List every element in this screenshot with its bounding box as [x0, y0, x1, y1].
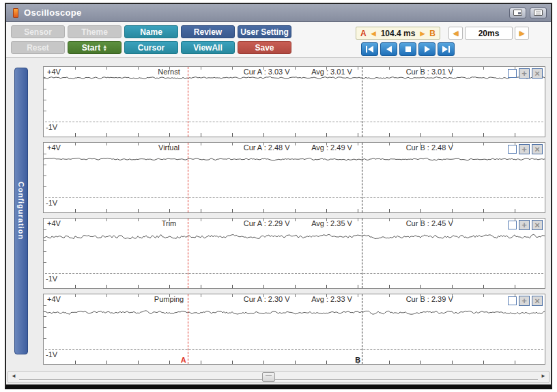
window-title: Oscilloscope: [24, 8, 82, 18]
channel-nernst: +4V -1V Nernst Cur A : 3.03 V Avg : 3.01…: [43, 66, 545, 137]
x-axis-tick: [389, 294, 390, 297]
x-axis-tick: [452, 143, 453, 145]
x-axis-tick: [389, 361, 390, 364]
app-icon: [13, 8, 18, 18]
cursor-a-line[interactable]: [188, 143, 188, 212]
sensor-button[interactable]: Sensor: [11, 25, 65, 38]
oscilloscope-window: Oscilloscope Sensor Theme Name Review Us…: [5, 3, 552, 389]
x-axis-tick: [138, 143, 139, 145]
vmin-label: -1V: [46, 275, 57, 283]
x-axis-tick: [75, 285, 76, 288]
x-axis-tick: [515, 133, 515, 137]
title-bar: Oscilloscope: [6, 4, 551, 22]
magnify-channel-button[interactable]: +: [519, 296, 530, 306]
back-icon: [386, 46, 392, 53]
configuration-tab[interactable]: Configuration: [14, 68, 28, 354]
y-axis-tick: [44, 262, 46, 263]
viewall-button[interactable]: ViewAll: [181, 41, 235, 54]
x-axis-tick: [420, 67, 421, 70]
step-back-button[interactable]: [380, 42, 397, 56]
vmin-label: -1V: [46, 350, 57, 359]
reset-button[interactable]: Reset: [11, 41, 65, 54]
play-button[interactable]: [418, 42, 435, 56]
cur-b-value: Cur B : 2.48 V: [406, 143, 453, 152]
scrollbar-track[interactable]: [19, 379, 538, 380]
x-axis-tick: [358, 294, 358, 297]
x-axis-tick: [515, 219, 515, 221]
x-axis-tick: [483, 285, 484, 288]
cursor-b-line[interactable]: [362, 67, 362, 137]
timebase-increase-button[interactable]: ▶: [515, 27, 529, 40]
close-channel-button[interactable]: ×: [532, 68, 543, 79]
vmax-label: +4V: [47, 68, 61, 76]
channel-checkbox[interactable]: [508, 221, 517, 229]
cursor-b-line[interactable]: [362, 143, 362, 212]
x-axis-tick: [420, 133, 421, 137]
scrollbar-thumb[interactable]: [262, 372, 275, 382]
skip-to-end-button[interactable]: [438, 42, 455, 56]
x-axis-tick: [106, 219, 107, 221]
arrow-left-icon[interactable]: ◀: [371, 30, 376, 37]
x-axis-tick: [420, 361, 421, 364]
close-channel-button[interactable]: ×: [532, 296, 543, 306]
x-axis-tick: [358, 285, 358, 288]
start-button[interactable]: Start ▲▼: [68, 41, 122, 54]
x-axis-tick: [483, 209, 484, 212]
horizontal-scrollbar[interactable]: ◄ ►: [8, 371, 549, 383]
x-axis-tick: [169, 219, 170, 221]
channel-checkbox[interactable]: [508, 145, 517, 154]
x-axis-tick: [389, 285, 390, 288]
x-axis-tick: [263, 67, 264, 70]
theme-button[interactable]: Theme: [68, 25, 122, 38]
x-axis-tick: [326, 219, 327, 221]
channel-checkbox[interactable]: [508, 296, 517, 305]
cur-b-value: Cur B : 3.01 V: [406, 68, 453, 76]
name-button[interactable]: Name: [124, 25, 178, 38]
avg-value: Avg : 2.49 V: [311, 143, 352, 152]
detach-window-button[interactable]: [509, 8, 526, 18]
x-axis-tick: [201, 361, 201, 364]
stop-icon: [405, 46, 412, 53]
magnify-channel-button[interactable]: +: [519, 68, 530, 79]
skip-to-start-button[interactable]: [361, 42, 378, 56]
x-axis-tick: [138, 67, 139, 70]
vmax-label: +4V: [47, 143, 61, 152]
stop-button[interactable]: [399, 42, 416, 56]
timebase-decrease-button[interactable]: ◀: [448, 27, 463, 40]
cursor-a-line[interactable]: [188, 294, 188, 364]
review-button[interactable]: Review: [181, 25, 235, 38]
cursor-a-line[interactable]: [188, 67, 188, 137]
close-channel-button[interactable]: ×: [532, 144, 543, 154]
x-axis-tick: [263, 219, 264, 221]
close-channel-button[interactable]: ×: [532, 220, 543, 230]
x-axis-tick: [326, 143, 327, 145]
skip-end-icon: [442, 46, 450, 53]
x-axis-tick: [232, 294, 233, 297]
arrow-right-icon[interactable]: ▶: [420, 30, 425, 37]
cursor-a-line[interactable]: [188, 219, 188, 288]
cur-a-value: Cur A : 2.30 V: [244, 295, 290, 303]
y-axis-tick: [44, 327, 46, 328]
x-axis-tick: [452, 209, 453, 212]
scroll-left-icon[interactable]: ◄: [11, 373, 16, 379]
x-axis-tick: [232, 219, 233, 221]
cursor-b-line[interactable]: [362, 219, 362, 288]
user-setting-button[interactable]: User Setting: [238, 25, 291, 38]
save-button[interactable]: Save: [238, 41, 291, 54]
x-axis-tick: [420, 209, 421, 212]
scroll-right-icon[interactable]: ►: [541, 373, 546, 379]
magnify-channel-button[interactable]: +: [519, 144, 530, 154]
x-axis-tick: [106, 143, 107, 145]
magnify-channel-button[interactable]: +: [519, 220, 530, 230]
x-axis-tick: [201, 285, 201, 288]
x-axis-tick: [263, 285, 264, 288]
window-menu-button[interactable]: [530, 8, 547, 18]
channel-checkbox[interactable]: [508, 69, 517, 78]
x-axis-tick: [138, 294, 139, 297]
cursor-b-line[interactable]: [362, 294, 362, 364]
x-axis-tick: [515, 294, 515, 297]
x-axis-tick: [326, 209, 327, 212]
ab-time-value: 104.4 ms: [381, 29, 416, 38]
cursor-button[interactable]: Cursor: [124, 41, 178, 54]
x-axis-tick: [358, 67, 358, 70]
